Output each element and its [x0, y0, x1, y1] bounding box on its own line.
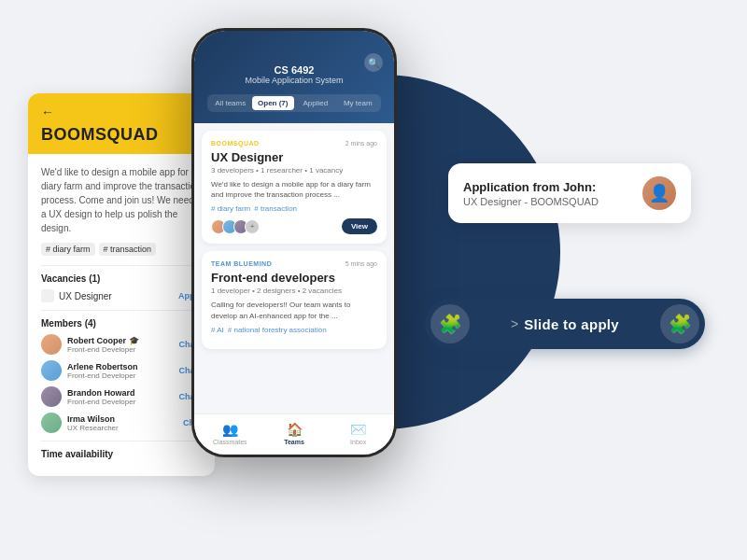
member-role-2: Front-end Developer: [67, 371, 178, 380]
team-label-boomsquad: BOOMSQUAD: [211, 140, 260, 147]
nav-inbox-label: Inbox: [350, 439, 366, 445]
member-info-4: Irma Wilson UX Researcher: [67, 414, 183, 432]
panel-header: ← BOOMSQUAD: [28, 93, 215, 154]
team-tag-transaction: # transaction: [254, 204, 297, 213]
team-detail-panel: ← BOOMSQUAD We'd like to design a mobile…: [28, 93, 215, 476]
team-footer-1: + View: [211, 218, 377, 234]
vacancy-name: UX Designer: [59, 291, 112, 301]
phone-mockup: 🔍 CS 6492 Mobile Application System All …: [191, 28, 397, 457]
time-section-title: Time availability: [41, 449, 202, 459]
teams-icon: 🏠: [287, 422, 303, 437]
team-slots-1: 3 developers • 1 researcher • 1 vacancy: [211, 166, 377, 175]
phone-course-name: Mobile Application System: [207, 76, 381, 85]
member-item-3: Brandon Howard Front-end Developer Cha..…: [41, 386, 202, 407]
team-card-bluemind: TEAM BLUEMIND 5 mins ago Front-end devel…: [202, 251, 387, 348]
tab-open[interactable]: Open (7): [252, 96, 295, 110]
member-item: Robert Cooper 🎓 Front-end Developer Cha.…: [41, 334, 202, 355]
team-tags: # diary farm # transaction: [41, 243, 202, 256]
panel-body: We'd like to design a mobile app for a d…: [28, 154, 215, 476]
nav-teams[interactable]: 🏠 Teams: [262, 422, 327, 445]
member-role-3: Front-end Developer: [67, 398, 178, 406]
phone-header: 🔍 CS 6492 Mobile Application System All …: [194, 31, 394, 123]
team-label-bluemind: TEAM BLUEMIND: [211, 260, 272, 267]
chevron-icon: >: [511, 316, 518, 331]
team-tags-2: # AI # national forestry association: [211, 326, 377, 334]
member-avatar-1: [41, 334, 62, 355]
team-time-2: 5 mins ago: [345, 260, 377, 267]
team-desc-2: Calling for developers!! Our team wants …: [211, 300, 377, 320]
team-description: We'd like to design a mobile app for a d…: [41, 165, 202, 235]
team-tags-1: # diary farm # transaction: [211, 204, 377, 213]
search-icon[interactable]: 🔍: [364, 53, 383, 72]
phone-screen: 🔍 CS 6492 Mobile Application System All …: [194, 31, 394, 455]
puzzle-icon-right: 🧩: [660, 304, 699, 343]
phone-tabs: All teams Open (7) Applied My team: [207, 94, 381, 112]
divider-3: [41, 441, 202, 441]
phone-nav: 👥 Classmates 🏠 Teams ✉️ Inbox: [194, 413, 394, 455]
team-tag-forestry: # national forestry association: [228, 326, 327, 334]
member-role-1: Front-end Developer: [67, 345, 178, 354]
member-name-4: Irma Wilson: [67, 414, 183, 424]
nav-inbox[interactable]: ✉️ Inbox: [326, 422, 390, 445]
nav-classmates-label: Classmates: [213, 439, 247, 445]
member-avatar-4: [41, 413, 62, 433]
phone-content: BOOMSQUAD 2 mins ago UX Designer 3 devel…: [194, 123, 394, 364]
inbox-icon: ✉️: [350, 422, 366, 437]
slide-label: Slide to apply: [524, 316, 619, 332]
team-desc-1: We'd like to design a mobile app for a d…: [211, 179, 377, 200]
tab-all-teams[interactable]: All teams: [209, 96, 252, 110]
member-info-3: Brandon Howard Front-end Developer: [67, 388, 178, 406]
team-name-header: BOOMSQUAD: [41, 125, 202, 145]
divider: [41, 265, 202, 266]
divider-2: [41, 310, 202, 311]
member-name-3: Brandon Howard: [67, 388, 178, 398]
application-subtitle: UX Designer - BOOMSQUAD: [463, 196, 631, 207]
member-item-4: Irma Wilson UX Researcher Chat: [41, 413, 202, 433]
vacancies-section-title: Vacancies (1): [41, 273, 202, 284]
member-role-4: UX Researcher: [67, 424, 183, 432]
nav-classmates[interactable]: 👥 Classmates: [198, 422, 262, 445]
member-info-2: Arlene Robertson Front-end Developer: [67, 362, 178, 380]
member-name-1: Robert Cooper 🎓: [67, 336, 178, 345]
view-team-button[interactable]: View: [342, 218, 377, 234]
team-card-header-2: TEAM BLUEMIND 5 mins ago: [211, 260, 377, 267]
tag-transaction: # transaction: [99, 243, 157, 256]
team-tag-ai: # AI: [211, 326, 224, 334]
tag-diary: # diary farm: [41, 243, 95, 256]
application-text: Application from John: UX Designer - BOO…: [463, 180, 631, 207]
team-name-1: UX Designer: [211, 150, 377, 164]
team-avatars-1: +: [211, 219, 256, 234]
member-item-2: Arlene Robertson Front-end Developer Cha…: [41, 360, 202, 381]
avatar: 👤: [642, 176, 676, 210]
application-card: Application from John: UX Designer - BOO…: [448, 163, 691, 223]
slide-to-apply-button[interactable]: 🧩 > Slide to apply 🧩: [425, 299, 705, 349]
nav-teams-label: Teams: [284, 439, 304, 445]
vacancy-item: UX Designer Apply: [41, 289, 202, 302]
puzzle-icon-left: 🧩: [430, 304, 470, 343]
classmates-icon: 👥: [222, 422, 238, 437]
slide-text-area: > Slide to apply: [470, 316, 660, 332]
member-avatar-2: [41, 360, 62, 381]
vacancy-icon: [41, 289, 54, 302]
team-card-boomsquad: BOOMSQUAD 2 mins ago UX Designer 3 devel…: [202, 131, 387, 244]
tab-my-team[interactable]: My team: [337, 96, 380, 110]
team-name-2: Front-end developers: [211, 271, 377, 285]
tab-applied[interactable]: Applied: [294, 96, 337, 110]
members-section-title: Members (4): [41, 318, 202, 329]
application-title: Application from John:: [463, 180, 631, 194]
member-info-1: Robert Cooper 🎓 Front-end Developer: [67, 336, 178, 354]
member-avatar-3: [41, 386, 62, 407]
team-card-header-1: BOOMSQUAD 2 mins ago: [211, 140, 377, 147]
team-avatar-d: +: [245, 219, 260, 234]
phone-course-id: CS 6492: [207, 64, 381, 76]
team-time-1: 2 mins ago: [345, 140, 377, 147]
team-slots-2: 1 developer • 2 designers • 2 vacancies: [211, 287, 377, 295]
phone-status-bar: [207, 49, 381, 57]
team-tag-diary: # diary farm: [211, 204, 250, 213]
back-button[interactable]: ←: [41, 105, 202, 119]
member-name-2: Arlene Robertson: [67, 362, 178, 371]
